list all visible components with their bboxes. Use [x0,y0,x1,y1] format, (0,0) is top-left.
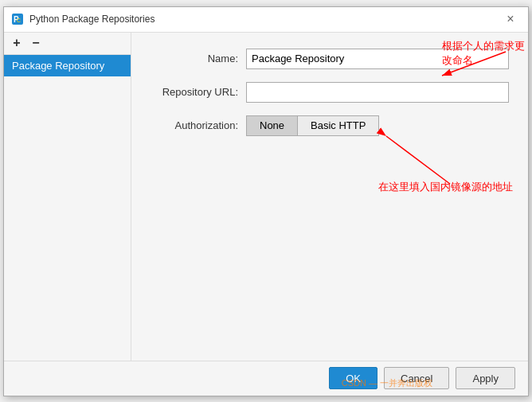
dialog-window: P C Python Package Repositories × + − Pa… [3,6,529,396]
sidebar-item-package-repository[interactable]: Package Repository [4,55,131,76]
svg-text:C: C [17,18,21,23]
add-button[interactable]: + [9,35,25,51]
auth-basic-button[interactable]: Basic HTTP [297,115,379,136]
auth-buttons: None Basic HTTP [246,115,379,136]
bottom-bar: OK Cancel Apply [4,361,528,396]
remove-button[interactable]: − [28,35,44,51]
app-icon: P C [10,12,25,26]
url-input[interactable] [246,82,509,103]
ok-button[interactable]: OK [329,367,377,389]
url-label: Repository URL: [151,86,246,98]
title-bar: P C Python Package Repositories × [4,7,528,33]
auth-label: Authorization: [151,119,246,131]
close-button[interactable]: × [499,8,522,30]
right-panel: Name: Repository URL: Authorization: Non… [131,33,528,361]
auth-row: Authorization: None Basic HTTP [151,115,509,136]
svg-line-6 [386,136,450,184]
url-annotation-text: 在这里填入国内镜像源的地址 [378,180,513,194]
name-input[interactable] [246,49,509,69]
url-row: Repository URL: [151,82,509,103]
dialog-title: Python Package Repositories [29,14,499,25]
name-row: Name: [151,49,509,69]
name-label: Name: [151,53,246,64]
main-content: + − Package Repository Name: Repository … [4,33,528,361]
apply-button[interactable]: Apply [456,367,515,389]
sidebar-toolbar: + − [4,33,131,55]
auth-none-button[interactable]: None [246,115,297,136]
cancel-button[interactable]: Cancel [384,367,449,389]
sidebar: + − Package Repository [4,33,131,361]
